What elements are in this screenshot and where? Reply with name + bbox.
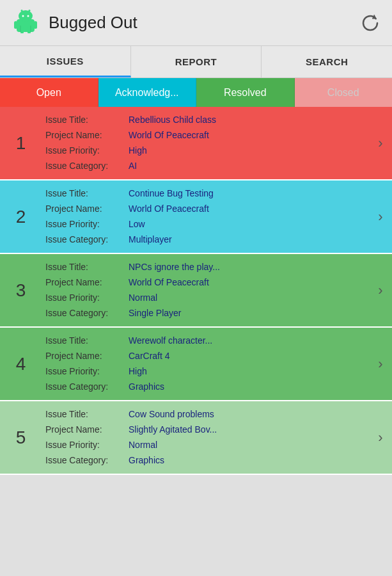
issue-field-3-2: Issue Priority:Normal xyxy=(45,291,365,305)
issue-chevron-1[interactable]: › xyxy=(369,107,392,179)
issue-chevron-2[interactable]: › xyxy=(369,180,392,253)
issue-chevron-3[interactable]: › xyxy=(369,254,392,326)
app-title: Bugged Out xyxy=(49,13,137,33)
issue-content-3: Issue Title:NPCs ignore the play...Proje… xyxy=(42,254,369,326)
field-label-3-1: Project Name: xyxy=(45,276,129,289)
issue-field-4-1: Project Name:CarCraft 4 xyxy=(45,349,365,363)
field-label-1-1: Project Name: xyxy=(45,129,129,142)
svg-point-10 xyxy=(21,10,23,12)
svg-rect-2 xyxy=(34,21,37,29)
field-value-3-2: Normal xyxy=(129,291,157,305)
field-value-4-2: High xyxy=(129,365,147,378)
field-value-5-2: Normal xyxy=(129,438,157,452)
tab-bar: ISSUES REPORT SEARCH xyxy=(0,46,392,78)
field-value-1-2: High xyxy=(129,144,147,157)
tab-issues[interactable]: ISSUES xyxy=(0,46,131,77)
field-label-5-2: Issue Priority: xyxy=(45,438,129,452)
svg-point-11 xyxy=(29,10,31,12)
issue-content-1: Issue Title:Rebellious Child classProjec… xyxy=(42,107,369,179)
field-value-5-1: Slightly Agitated Bov... xyxy=(129,423,217,436)
field-value-5-3: Graphics xyxy=(129,454,164,467)
issue-field-5-3: Issue Category:Graphics xyxy=(45,454,365,467)
issue-field-5-0: Issue Title:Cow Sound problems xyxy=(45,408,365,421)
issue-number-3: 3 xyxy=(0,254,42,326)
field-label-2-1: Project Name: xyxy=(45,202,129,216)
issue-field-1-2: Issue Priority:High xyxy=(45,144,365,157)
field-label-3-3: Issue Category: xyxy=(45,307,129,320)
field-value-2-1: World Of Peacecraft xyxy=(129,202,209,216)
svg-point-5 xyxy=(19,10,33,22)
field-value-4-0: Werewolf character... xyxy=(129,334,212,348)
issue-content-2: Issue Title:Continue Bug TestingProject … xyxy=(42,180,369,253)
issue-field-3-3: Issue Category:Single Player xyxy=(45,307,365,320)
issue-chevron-5[interactable]: › xyxy=(369,401,392,474)
issue-number-1: 1 xyxy=(0,107,42,179)
field-label-5-3: Issue Category: xyxy=(45,454,129,467)
status-tab-resolved[interactable]: Resolved xyxy=(196,78,295,107)
issue-row-1[interactable]: 1Issue Title:Rebellious Child classProje… xyxy=(0,107,392,180)
field-value-1-0: Rebellious Child class xyxy=(129,113,216,127)
svg-rect-4 xyxy=(27,27,31,33)
field-label-5-0: Issue Title: xyxy=(45,408,129,421)
issue-number-4: 4 xyxy=(0,328,42,400)
issue-field-1-0: Issue Title:Rebellious Child class xyxy=(45,113,365,127)
svg-rect-3 xyxy=(20,27,24,33)
app-header: Bugged Out xyxy=(0,0,392,46)
field-value-2-3: Multiplayer xyxy=(129,233,172,246)
field-value-1-1: World Of Peacecraft xyxy=(129,129,209,142)
field-label-2-3: Issue Category: xyxy=(45,233,129,246)
svg-rect-1 xyxy=(14,21,17,29)
status-tab-closed[interactable]: Closed xyxy=(295,78,393,107)
issue-field-4-0: Issue Title:Werewolf character... xyxy=(45,334,365,348)
issue-field-2-3: Issue Category:Multiplayer xyxy=(45,233,365,246)
status-tabs: Open Acknowledg... Resolved Closed xyxy=(0,78,392,107)
field-value-3-1: World Of Peacecraft xyxy=(129,276,209,289)
android-icon xyxy=(10,8,41,38)
field-label-3-2: Issue Priority: xyxy=(45,291,129,305)
issue-field-3-0: Issue Title:NPCs ignore the play... xyxy=(45,260,365,274)
field-label-4-2: Issue Priority: xyxy=(45,365,129,378)
issue-field-4-2: Issue Priority:High xyxy=(45,365,365,378)
tab-search[interactable]: SEARCH xyxy=(262,46,392,77)
field-label-2-2: Issue Priority: xyxy=(45,218,129,231)
field-label-1-2: Issue Priority: xyxy=(45,144,129,157)
field-value-4-1: CarCraft 4 xyxy=(129,349,170,363)
svg-point-7 xyxy=(27,15,29,17)
status-tab-open[interactable]: Open xyxy=(0,78,98,107)
field-value-3-3: Single Player xyxy=(129,307,182,320)
issue-content-5: Issue Title:Cow Sound problemsProject Na… xyxy=(42,401,369,474)
issue-list: 1Issue Title:Rebellious Child classProje… xyxy=(0,107,392,576)
refresh-button[interactable] xyxy=(359,12,382,35)
issue-field-1-1: Project Name:World Of Peacecraft xyxy=(45,129,365,142)
issue-field-2-2: Issue Priority:Low xyxy=(45,218,365,231)
field-label-5-1: Project Name: xyxy=(45,423,129,436)
status-tab-acknowledged[interactable]: Acknowledg... xyxy=(98,78,197,107)
field-label-4-3: Issue Category: xyxy=(45,380,129,394)
issue-field-5-1: Project Name:Slightly Agitated Bov... xyxy=(45,423,365,436)
field-label-4-1: Project Name: xyxy=(45,349,129,363)
field-value-5-0: Cow Sound problems xyxy=(129,408,214,421)
issue-row-3[interactable]: 3Issue Title:NPCs ignore the play...Proj… xyxy=(0,254,392,328)
issue-row-4[interactable]: 4Issue Title:Werewolf character...Projec… xyxy=(0,328,392,401)
issue-number-2: 2 xyxy=(0,180,42,253)
header-left: Bugged Out xyxy=(10,8,137,38)
issue-number-5: 5 xyxy=(0,401,42,474)
field-label-1-3: Issue Category: xyxy=(45,159,129,173)
tab-report[interactable]: REPORT xyxy=(131,46,262,77)
issue-field-5-2: Issue Priority:Normal xyxy=(45,438,365,452)
field-label-2-0: Issue Title: xyxy=(45,187,129,200)
issue-content-4: Issue Title:Werewolf character...Project… xyxy=(42,328,369,400)
issue-field-4-3: Issue Category:Graphics xyxy=(45,380,365,394)
issue-field-3-1: Project Name:World Of Peacecraft xyxy=(45,276,365,289)
issue-chevron-4[interactable]: › xyxy=(369,328,392,400)
field-value-2-2: Low xyxy=(129,218,145,231)
field-value-4-3: Graphics xyxy=(129,380,164,394)
issue-row-5[interactable]: 5Issue Title:Cow Sound problemsProject N… xyxy=(0,401,392,475)
issue-field-1-3: Issue Category:AI xyxy=(45,159,365,173)
issue-field-2-0: Issue Title:Continue Bug Testing xyxy=(45,187,365,200)
field-label-3-0: Issue Title: xyxy=(45,260,129,274)
field-label-1-0: Issue Title: xyxy=(45,113,129,127)
svg-point-6 xyxy=(22,15,24,17)
field-value-1-3: AI xyxy=(129,159,137,173)
issue-row-2[interactable]: 2Issue Title:Continue Bug TestingProject… xyxy=(0,180,392,254)
